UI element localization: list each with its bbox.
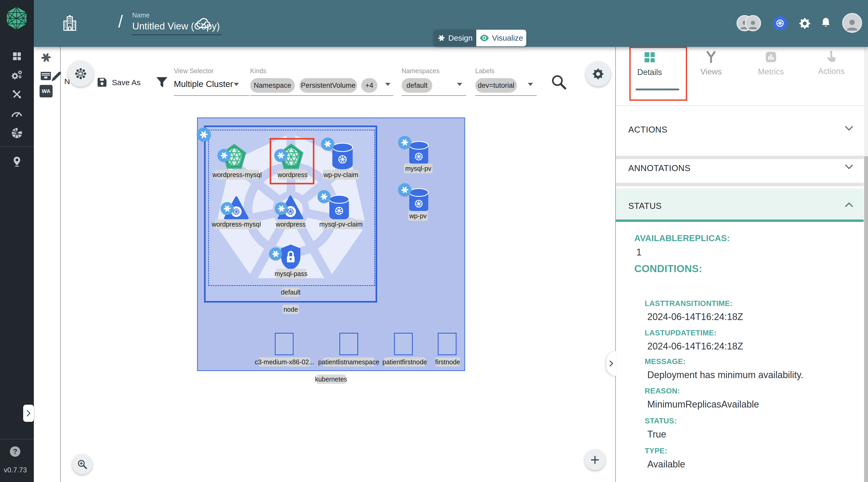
host-square[interactable] (394, 333, 413, 355)
sync-badge-icon (274, 149, 287, 162)
tab-metrics[interactable]: Metrics (745, 51, 797, 77)
reason-label: REASON: (645, 387, 680, 395)
labels-filter-label: Labels (475, 67, 495, 75)
canvas-settings-button[interactable] (586, 61, 611, 86)
host-square[interactable] (438, 333, 457, 355)
save-icon[interactable] (96, 76, 108, 89)
tab-details-label: Details (638, 68, 662, 77)
zoom-in-button[interactable] (72, 454, 92, 475)
tab-views-label: Views (701, 67, 722, 77)
designs-pinwheel-icon[interactable] (40, 52, 52, 64)
kubernetes-context-icon[interactable] (772, 15, 788, 31)
host-label[interactable]: patientlistnamespace (323, 357, 374, 367)
view-selector-caret-icon[interactable] (234, 83, 239, 86)
section-actions-label: ACTIONS (628, 125, 667, 134)
tab-details[interactable]: Details (624, 51, 676, 77)
lastupdatetime-label: LASTUPDATETIME: (645, 329, 716, 337)
chevron-right-icon (25, 410, 32, 417)
node-label[interactable]: wp-pv-claim (323, 170, 359, 180)
host-square[interactable] (339, 333, 358, 355)
lasttransitiontime-label: LASTTRANSITIONTIME: (645, 299, 733, 308)
pv-mysql-pv-icon[interactable] (408, 141, 430, 167)
node-label[interactable]: wordpress (278, 170, 307, 180)
tab-visualize[interactable]: Visualize (476, 30, 526, 47)
performance-speedometer-icon[interactable] (11, 109, 23, 117)
search-icon[interactable] (550, 73, 567, 91)
organization-icon[interactable] (62, 14, 78, 31)
panel-collapse-handle[interactable] (607, 351, 616, 376)
namespaces-label: Namespaces (402, 67, 440, 75)
details-grid-icon (643, 51, 656, 64)
kind-chip-namespace[interactable]: Namespace (250, 78, 295, 93)
actions-flower-button[interactable] (68, 61, 94, 87)
status-accent-bar (616, 219, 864, 222)
host-label[interactable]: c3-medium-x86-02... (259, 357, 310, 367)
kinds-underline (250, 95, 393, 96)
node-label[interactable]: mysql-pv-claim (322, 219, 360, 229)
node-label[interactable]: wordpress-mysql (215, 170, 259, 180)
tab-design[interactable]: Design (434, 30, 476, 47)
sync-badge-icon (321, 138, 334, 151)
cloud-sync-icon[interactable] (196, 16, 212, 29)
view-selector-underline (174, 95, 249, 96)
details-panel: Details Views Metrics Actions ACTIONS AN… (616, 47, 868, 482)
tab-views[interactable]: Views (685, 51, 737, 77)
section-status[interactable]: STATUS (616, 188, 864, 222)
mesh-adapter-icon[interactable] (10, 126, 24, 140)
design-pinwheel-icon (437, 34, 445, 42)
add-node-button[interactable] (585, 449, 606, 470)
sidebar-expand-button[interactable] (23, 405, 34, 422)
sync-badge-icon (218, 149, 230, 162)
node-label[interactable]: wordpress-mysql (214, 219, 258, 229)
metrics-barchart-icon (765, 51, 777, 64)
configuration-tools-icon[interactable] (12, 89, 22, 99)
location-pin-icon[interactable] (12, 156, 22, 167)
tab-metrics-label: Metrics (758, 67, 784, 77)
node-label[interactable]: wp-pv (408, 211, 428, 221)
labels-caret-icon[interactable] (528, 83, 533, 86)
namespace-chip-default[interactable]: default (402, 78, 432, 93)
dashboard-icon[interactable] (12, 51, 22, 61)
node-label[interactable]: wordpress (277, 219, 305, 229)
kinds-caret-icon[interactable] (385, 83, 391, 86)
pv-wp-pv-icon[interactable] (408, 188, 430, 213)
message-label: MESSAGE: (645, 357, 686, 366)
meshery-logo-icon[interactable] (6, 6, 28, 30)
user-avatar[interactable] (842, 13, 862, 33)
namespaces-caret-icon[interactable] (457, 83, 462, 86)
tab-actions[interactable]: Actions (805, 51, 857, 76)
chevron-up-icon (845, 202, 853, 207)
node-label[interactable]: mysql-pv (404, 163, 433, 174)
tabs-divider (616, 105, 864, 106)
wasm-filter-icon[interactable]: WA (39, 85, 53, 97)
mode-toggle: Design Visualize (434, 30, 526, 47)
settings-gear-icon[interactable] (799, 17, 811, 30)
help-glyph: ? (13, 447, 17, 456)
status-field-label: STATUS: (645, 417, 677, 425)
cluster-sync-badge-icon[interactable] (197, 128, 211, 142)
lifecycle-gears-icon[interactable] (11, 69, 23, 81)
active-tab-underline (636, 89, 679, 90)
collaborator-avatar-2[interactable] (745, 15, 761, 31)
view-selector-select[interactable]: Multiple Cluster (174, 79, 233, 89)
type-value: Available (647, 459, 685, 470)
host-square[interactable] (275, 333, 293, 355)
filter-funnel-icon[interactable] (155, 75, 169, 90)
node-label[interactable]: mysql-pass (276, 269, 306, 279)
node-boundary-label: node (283, 305, 299, 314)
notifications-bell-icon[interactable] (820, 17, 832, 29)
kind-chip-more[interactable]: +4 (361, 78, 377, 93)
host-label[interactable]: patientfirstnode (384, 357, 425, 367)
breadcrumb-separator: / (118, 11, 123, 31)
label-chip-devtutorial[interactable]: dev=tutorial (475, 78, 517, 93)
kind-chip-persistentvolume[interactable]: PersistentVolume (299, 78, 357, 93)
panel-scrollbar-thumb[interactable] (864, 156, 868, 482)
host-label[interactable]: firstnode (435, 357, 460, 367)
edit-pencil-icon[interactable] (50, 70, 63, 83)
help-button[interactable]: ? (10, 446, 20, 457)
pvc-mysql-pv-claim-icon[interactable] (327, 195, 351, 221)
secret-mysql-pass-icon[interactable] (279, 243, 303, 271)
section-annotations-label: ANNOTATIONS (628, 163, 690, 173)
save-as-button[interactable]: Save As (112, 78, 141, 87)
pvc-wp-pv-claim-icon[interactable] (331, 143, 354, 170)
